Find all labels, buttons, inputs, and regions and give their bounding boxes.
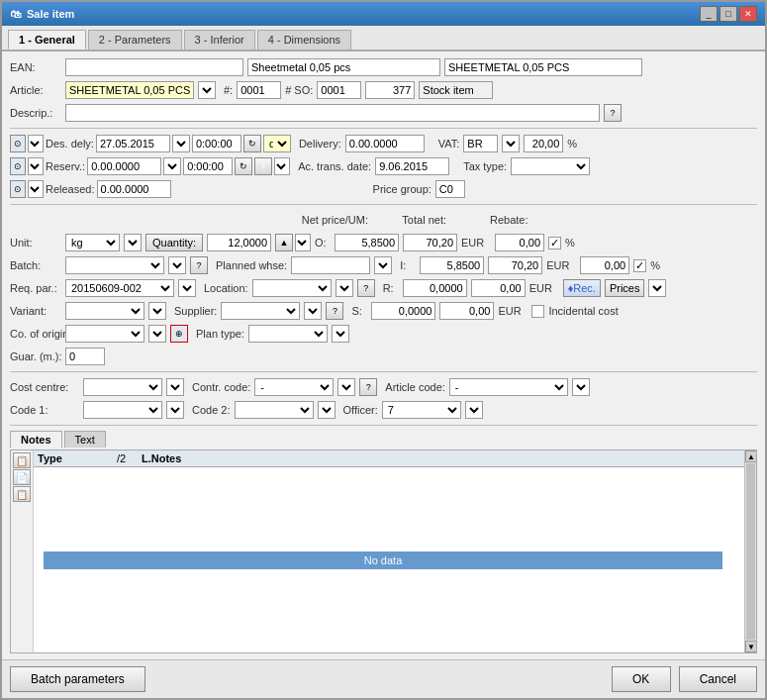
close-button[interactable]: ✕	[739, 6, 757, 22]
o-rebate-check[interactable]: ✓	[548, 237, 561, 250]
co-origin-select[interactable]	[65, 325, 144, 343]
officer-dropdown[interactable]	[465, 401, 483, 419]
code2-select[interactable]	[235, 401, 314, 419]
code2-dropdown[interactable]	[318, 401, 336, 419]
batch-select[interactable]	[65, 256, 164, 274]
guar-input[interactable]	[65, 348, 105, 365]
plan-type-select[interactable]	[248, 325, 328, 343]
article-code-select[interactable]: -	[449, 378, 568, 396]
co-origin-help-btn[interactable]: ⊕	[170, 325, 188, 343]
maximize-button[interactable]: □	[719, 6, 737, 22]
ean-input[interactable]	[65, 58, 243, 76]
hash-input[interactable]	[237, 81, 281, 99]
reserv-input[interactable]	[87, 157, 161, 175]
descrip-input[interactable]	[65, 104, 600, 122]
batch-parameters-button[interactable]: Batch parameters	[10, 666, 145, 692]
reserv-icon-btn[interactable]: ⊙	[10, 157, 26, 175]
ac-trans-input[interactable]	[375, 157, 449, 175]
req-par-select[interactable]: 20150609-002	[65, 279, 174, 297]
code1-select[interactable]	[83, 401, 162, 419]
contr-help-btn[interactable]: ?	[359, 378, 377, 396]
r-total-input[interactable]	[471, 279, 526, 297]
des-dely-icon-btn[interactable]: ⊙	[10, 135, 26, 152]
price-group-input[interactable]	[435, 180, 465, 198]
req-par-dropdown[interactable]	[178, 279, 196, 297]
quantity-input[interactable]	[207, 234, 271, 251]
des-dely-date-input[interactable]	[96, 135, 170, 152]
i-rebate-input[interactable]	[580, 256, 629, 274]
code1-dropdown[interactable]	[166, 401, 184, 419]
i-price-input[interactable]	[420, 256, 484, 274]
qty-up-btn[interactable]: ▲	[275, 234, 293, 251]
s-price-input[interactable]	[371, 302, 435, 320]
tax-type-select[interactable]	[511, 157, 590, 175]
qty-mode-select[interactable]	[295, 234, 311, 251]
tab-general[interactable]: 1 - General	[8, 30, 86, 50]
tab-dimensions[interactable]: 4 - Dimensions	[257, 30, 351, 50]
article-dropdown[interactable]	[198, 81, 216, 99]
scroll-up-btn[interactable]: ▲	[745, 450, 757, 462]
variant-select[interactable]	[65, 302, 144, 320]
minimize-button[interactable]: _	[700, 6, 718, 22]
incidental-check[interactable]	[531, 305, 544, 318]
vat-dropdown[interactable]	[502, 135, 520, 152]
delivery-input[interactable]	[345, 135, 425, 152]
location-help-btn[interactable]: ?	[357, 279, 375, 297]
cost-centre-select[interactable]	[83, 378, 162, 396]
location-dropdown[interactable]	[336, 279, 353, 297]
planned-whse-input[interactable]	[291, 256, 370, 274]
released-input[interactable]	[97, 180, 171, 198]
cancel-button[interactable]: Cancel	[679, 666, 757, 692]
tab-inferior[interactable]: 3 - Inferior	[184, 30, 255, 50]
reserv-date-dropdown[interactable]	[163, 157, 181, 175]
location-select[interactable]	[252, 279, 332, 297]
o-rebate-input[interactable]	[495, 234, 544, 251]
cost-centre-dropdown[interactable]	[166, 378, 184, 396]
contr-code-select[interactable]: -	[254, 378, 334, 396]
article-code-dropdown[interactable]	[572, 378, 590, 396]
s-total-input[interactable]	[439, 302, 494, 320]
batch-dropdown[interactable]	[168, 256, 186, 274]
tab-notes[interactable]: Notes	[10, 431, 62, 448]
ok-button[interactable]: OK	[612, 666, 671, 692]
reserv-orange-btn[interactable]: I	[254, 157, 272, 175]
officer-select[interactable]: 7	[382, 401, 461, 419]
released-icon-btn[interactable]: ⊙	[10, 180, 26, 198]
supplier-dropdown[interactable]	[304, 302, 322, 320]
so-input[interactable]	[317, 81, 361, 99]
notes-delete-btn[interactable]: 📋	[13, 486, 31, 502]
stock-qty-input[interactable]	[365, 81, 415, 99]
contr-code-dropdown[interactable]	[337, 378, 355, 396]
unit-dropdown[interactable]	[124, 234, 142, 251]
sheetmetal-2-input[interactable]	[444, 58, 642, 76]
des-dely-time-input[interactable]	[192, 135, 241, 152]
tab-parameters[interactable]: 2 - Parameters	[88, 30, 182, 50]
prices-dropdown[interactable]	[648, 279, 666, 297]
descrip-help-button[interactable]: ?	[604, 104, 622, 122]
unit-select[interactable]: kg	[65, 234, 120, 251]
reserv-i-select[interactable]	[274, 157, 290, 175]
reserv-mode-select[interactable]	[28, 157, 44, 175]
quantity-button[interactable]: Quantity:	[145, 234, 203, 251]
tab-text[interactable]: Text	[64, 431, 106, 448]
reserv-refresh-btn[interactable]: ↻	[235, 157, 252, 175]
sheetmetal-1-input[interactable]	[247, 58, 440, 76]
rec-button[interactable]: ♦Rec.	[563, 279, 601, 297]
vat-pct-input[interactable]	[524, 135, 563, 152]
notes-edit-btn[interactable]: 📄	[13, 469, 31, 485]
des-dely-d-select[interactable]: d	[263, 135, 291, 152]
released-mode-select[interactable]	[28, 180, 44, 198]
des-dely-mode-select[interactable]	[28, 135, 44, 152]
supplier-select[interactable]	[221, 302, 300, 320]
i-rebate-check[interactable]: ✓	[633, 259, 646, 272]
batch-help-btn[interactable]: ?	[190, 256, 208, 274]
des-dely-date-dropdown[interactable]	[172, 135, 190, 152]
r-price-input[interactable]	[403, 279, 467, 297]
prices-button[interactable]: Prices	[605, 279, 645, 297]
des-dely-refresh-btn[interactable]: ↻	[243, 135, 261, 152]
notes-add-btn[interactable]: 📋	[13, 452, 31, 468]
variant-dropdown[interactable]	[148, 302, 166, 320]
planned-whse-dropdown[interactable]	[374, 256, 392, 274]
plan-type-dropdown[interactable]	[332, 325, 349, 343]
notes-scrollbar[interactable]: ▲ ▼	[744, 450, 756, 652]
